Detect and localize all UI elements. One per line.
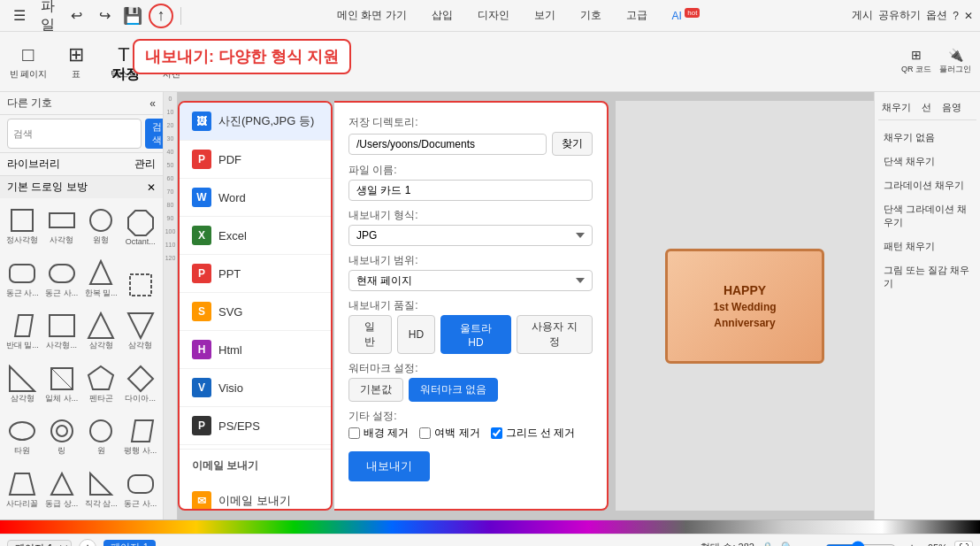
find-dir-button[interactable]: 찾기 [552, 132, 593, 156]
export-format-photo[interactable]: 🖼 사진(PNG,JPG 등) [180, 103, 331, 141]
shape-item[interactable]: 링 [43, 412, 81, 458]
color-palette[interactable] [0, 519, 980, 534]
quality-hd-btn[interactable]: HD [397, 315, 435, 354]
qr-tool[interactable]: ⊞ QR 코드 [899, 37, 934, 87]
search-input[interactable] [7, 119, 142, 149]
format-select[interactable]: JPG PNG WEBP [348, 225, 593, 246]
close-shapes-btn[interactable]: ✕ [147, 181, 156, 194]
bg-remove-checkbox-label[interactable]: 배경 제거 [348, 426, 409, 441]
export-format-visio[interactable]: V Visio [180, 369, 331, 407]
shape-item[interactable]: 정사각형 [4, 202, 42, 248]
bg-remove-checkbox[interactable] [348, 427, 360, 439]
zoom-in-btn[interactable]: + [903, 539, 921, 547]
watermark-none-btn[interactable]: 워터마크 없음 [409, 378, 498, 402]
grid-remove-checkbox-label[interactable]: 그리드 선 제거 [491, 426, 576, 441]
export-format-pdf[interactable]: P PDF [180, 141, 331, 179]
redo-btn[interactable]: ↪ [92, 4, 117, 28]
margin-remove-checkbox[interactable] [419, 427, 431, 439]
fill-gradient[interactable]: 그라데이션 채우기 [878, 175, 976, 196]
export-format-svg[interactable]: S SVG [180, 293, 331, 331]
shape-item[interactable]: 동급 상... [43, 465, 81, 511]
add-page-btn[interactable]: + [79, 539, 96, 547]
page-selector[interactable]: 페이지-1 [7, 540, 72, 547]
shape-item[interactable]: 다이아... [122, 360, 160, 406]
email-export-icon: ✉ [192, 491, 211, 511]
shape-item[interactable]: 동근 사... [4, 255, 42, 301]
margin-remove-checkbox-label[interactable]: 여백 제거 [419, 426, 479, 441]
shape-item[interactable]: Octant... [122, 202, 160, 248]
shape-item[interactable]: 삼각형 [122, 307, 160, 353]
zoom-out-btn[interactable]: — [800, 539, 818, 547]
manage-label[interactable]: 관리 [134, 157, 156, 172]
nav-main[interactable]: 메인 화면 가기 [332, 4, 412, 27]
shape-item[interactable]: 원 [82, 412, 120, 458]
file-name-input[interactable] [348, 180, 593, 201]
share-btn[interactable]: 공유하기 [878, 8, 921, 23]
fill-pattern[interactable]: 패턴 채우기 [878, 236, 976, 257]
options-btn[interactable]: 옵션 [926, 8, 947, 23]
export-format-pseps[interactable]: P PS/EPS [180, 407, 331, 445]
fill-solid[interactable]: 단색 채우기 [878, 151, 976, 172]
file-menu-btn[interactable]: 파일 [35, 4, 60, 28]
zoom-slider[interactable] [825, 541, 896, 547]
export-format-excel[interactable]: X Excel [180, 217, 331, 255]
quality-ultrahd-btn[interactable]: 울트라 HD [440, 315, 511, 354]
table-tool[interactable]: ⊞ 표 [55, 37, 97, 87]
nav-advanced[interactable]: 고급 [621, 4, 653, 27]
shape-item[interactable]: 사다리꼴 [4, 465, 42, 511]
shape-item[interactable]: 일체 사... [43, 360, 81, 406]
shape-item[interactable]: 한복 밀... [82, 255, 120, 301]
shape-item[interactable]: 반대 밀... [4, 307, 42, 353]
tab-shadow[interactable]: 음영 [938, 99, 965, 116]
range-select[interactable]: 현재 페이지 모든 페이지 [348, 270, 593, 291]
nav-symbol[interactable]: 기호 [575, 4, 607, 27]
svg-marker-4 [128, 211, 153, 235]
shape-item[interactable]: 타원 [4, 412, 42, 458]
blank-page-tool[interactable]: □ 빈 페이지 [7, 37, 50, 87]
nav-view[interactable]: 보기 [529, 4, 561, 27]
other-settings-label: 기타 설정: [348, 409, 593, 424]
hamburger-menu-btn[interactable]: ☰ [7, 4, 32, 28]
shape-item[interactable]: 삼각형 [4, 360, 42, 406]
shape-item[interactable]: 동근 사... [43, 255, 81, 301]
search-button[interactable]: 검색 [145, 119, 164, 149]
help-btn[interactable]: ? [953, 10, 959, 22]
save-dir-input[interactable] [348, 134, 547, 155]
tab-fill[interactable]: 채우기 [878, 99, 915, 116]
shape-item[interactable] [122, 255, 160, 301]
shape-item[interactable]: 직각 삼... [82, 465, 120, 511]
export-button[interactable]: 내보내기 [348, 451, 430, 481]
rounded-tri-shape [48, 470, 76, 498]
grid-remove-checkbox[interactable] [491, 427, 502, 439]
shape-item[interactable]: 삼각형 [82, 307, 120, 353]
plugin-tool[interactable]: 🔌 플러그인 [938, 37, 973, 87]
quality-custom-btn[interactable]: 사용자 지정 [517, 315, 593, 354]
nav-design[interactable]: 디자인 [472, 4, 515, 27]
save-icon-btn[interactable]: 💾 [120, 4, 145, 28]
undo-btn[interactable]: ↩ [64, 4, 88, 28]
export-format-ppt[interactable]: P PPT [180, 255, 331, 293]
export-email-item[interactable]: ✉ 이메일 보내기 [180, 482, 331, 511]
nav-insert[interactable]: 삽입 [426, 4, 458, 27]
fill-none[interactable]: 채우기 없음 [878, 127, 976, 148]
fill-image[interactable]: 그림 또는 질감 채우기 [878, 260, 976, 294]
collapse-sidebar-btn[interactable]: « [149, 97, 156, 110]
nav-ai[interactable]: AI hot [667, 5, 706, 26]
export-icon-btn[interactable]: ↑ [149, 4, 173, 28]
quality-normal-btn[interactable]: 일반 [348, 315, 392, 354]
watermark-default-btn[interactable]: 기본값 [348, 378, 403, 402]
export-format-word[interactable]: W Word [180, 179, 331, 217]
fill-solid-gradient[interactable]: 단색 그라데이션 채우기 [878, 199, 976, 233]
publish-btn[interactable]: 게시 [852, 8, 873, 23]
shape-item[interactable]: 평행 사... [122, 412, 160, 458]
close-btn[interactable]: ✕ [964, 10, 973, 22]
shape-item[interactable]: 펜타곤 [82, 360, 120, 406]
active-page-tab[interactable]: 페이지-1 [103, 540, 156, 546]
shape-item[interactable]: 원형 [82, 202, 120, 248]
tab-line[interactable]: 선 [918, 99, 935, 116]
fullscreen-btn[interactable]: ⛶ [954, 541, 973, 547]
export-format-html[interactable]: H Html [180, 331, 331, 369]
shape-item[interactable]: 사각형... [43, 307, 81, 353]
shape-item[interactable]: 동근 사... [122, 465, 160, 511]
shape-item[interactable]: 사각형 [43, 202, 81, 248]
